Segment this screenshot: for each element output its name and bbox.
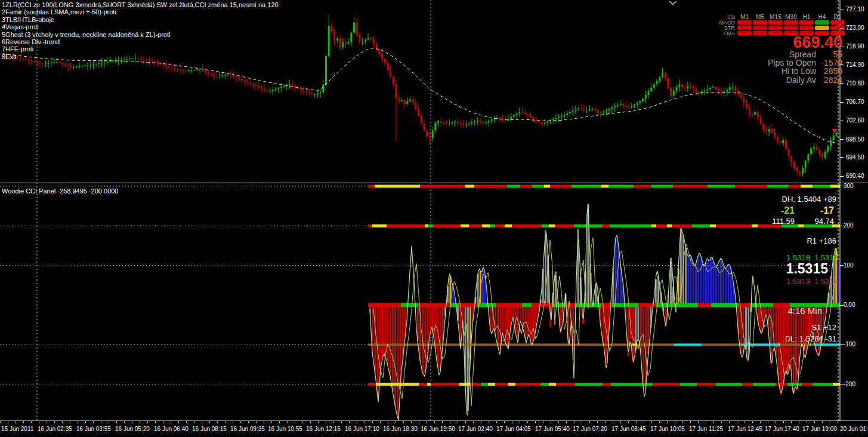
time-axis-label: 17 Jun 08:45 — [611, 426, 646, 432]
timeframe-label: M1 — [737, 14, 752, 20]
strategy-note-line: 8Exit — [2, 53, 279, 60]
bid-pair-readout: 1.5313 1.5314 — [786, 277, 838, 286]
cci-signal-band — [368, 383, 840, 386]
signal-cell-red — [737, 26, 752, 30]
signal-cell-red — [737, 20, 752, 24]
current-quote-big: 1.5315 — [786, 261, 828, 277]
signal-cell-green — [815, 20, 829, 24]
price-axis-tick — [840, 157, 844, 158]
timeframe-label: H1 — [799, 14, 814, 20]
daily-high-readout: DH: 1.5404 +89 — [782, 195, 836, 204]
strategy-note-line: 5Ghost (3 vrcholy v trendu, neckline nak… — [2, 31, 279, 38]
cci-signal-band — [368, 185, 840, 188]
time-axis-label: 17 Jun 17:40 — [765, 426, 799, 432]
stat-value: 55 — [816, 50, 842, 59]
cci-signal-band — [368, 224, 840, 227]
time-axis[interactable]: 15 Jun 201116 Jun 02:3516 Jun 03:5516 Ju… — [0, 421, 868, 437]
stat-label: Daily Av — [786, 75, 816, 85]
price-axis-label: 706.70 — [846, 99, 864, 105]
time-axis-label: 16 Jun 05:20 — [115, 426, 150, 432]
quote-stat-row: Hi to Low2850 — [768, 67, 842, 75]
cci-histogram-layer — [369, 204, 839, 418]
time-axis-label: 16 Jun 10:55 — [268, 426, 302, 432]
strategy-note-line: 3TLB/HTLB-oboje — [2, 16, 279, 23]
pivot-s1-readout: S1 +12 — [811, 323, 836, 332]
price-axis-tick — [840, 176, 844, 177]
time-axis-label: 17 Jun 11:25 — [689, 426, 723, 432]
signal-row-label: EMA — [708, 30, 737, 36]
chart-canvas[interactable] — [0, 0, 868, 437]
multi-timeframe-signal-panel: cjaM1M5M15M30H1H4D1MACDSTREMA — [708, 14, 846, 36]
timeframe-label: M5 — [753, 14, 767, 20]
signal-cell-red — [799, 20, 814, 24]
time-axis-label: 16 Jun 02:35 — [38, 426, 72, 432]
time-axis-ticks — [0, 421, 840, 423]
quote-stat-row: Daily Av2824 — [768, 76, 842, 84]
signal-cell-red — [784, 20, 798, 24]
indicator-axis-label: 200 — [844, 222, 854, 229]
mt4-chart-window: 1ZLR(CCI ze 100(LONG 3xmodrá,SHORT 3xhně… — [0, 0, 868, 437]
cci-now-value: -21 — [781, 205, 795, 216]
bar-countdown-timer: 4:16 Min — [787, 306, 822, 316]
signal-cell-red — [753, 31, 767, 35]
time-axis-label: 17 Jun 04:05 — [496, 426, 531, 432]
daily-low-readout: DL: 1.5284 -31 — [785, 334, 836, 343]
time-axis-label: 16 Jun 09:35 — [230, 426, 265, 432]
timeframe-label: M30 — [784, 14, 798, 20]
indicator-axis-label: 100 — [844, 262, 854, 269]
pivot-r1-readout: R1 +186 — [807, 236, 836, 245]
strategy-note-line: 7HFE-proti — [2, 45, 279, 53]
cci-panel-title: Woodie CCI Panel -258.9495 -200.0000 — [2, 187, 119, 195]
stat-value: 2850 — [816, 67, 842, 75]
indicator-axis-label: 0.00 — [844, 301, 855, 308]
price-axis-label: 694.50 — [846, 154, 864, 161]
stat-value: 2824 — [816, 76, 842, 84]
time-axis-label: 17 Jun 05:40 — [535, 426, 570, 432]
signal-cell-red — [784, 26, 798, 30]
time-axis-label: 16 Jun 06:40 — [154, 426, 189, 432]
time-axis-label: 20 Jun 01:40 — [840, 426, 868, 432]
signal-cell-red — [830, 20, 845, 24]
price-axis-tick — [840, 83, 844, 84]
time-axis-label: 15 Jun 2011 — [1, 426, 33, 432]
cci-aux-value-left: 111.59 — [772, 217, 795, 226]
timeframe-label: M15 — [768, 14, 783, 20]
price-axis-label: 698.50 — [846, 136, 864, 143]
current-price: 669.40 — [768, 35, 842, 50]
signal-cell-red — [768, 26, 783, 30]
ema-line — [2, 48, 838, 143]
cci-signal-band — [368, 303, 840, 307]
signal-cell-red — [768, 20, 783, 24]
signal-cell-red — [737, 31, 752, 35]
time-axis-label: 16 Jun 12:15 — [306, 426, 341, 432]
signal-cell-red — [753, 20, 767, 24]
time-axis-label: 17 Jun 07:20 — [573, 426, 607, 432]
signal-cell-red — [753, 26, 767, 30]
strategy-note-line: 1ZLR(CCI ze 100(LONG 3xmodrá,SHORT 3xhně… — [2, 1, 279, 8]
quote-stats: Spread55Pips to Open-1570Hi to Low2850Da… — [768, 50, 842, 84]
cci-aux-value-right: 94.74 — [814, 217, 834, 226]
time-axis-label: 16 Jun 17:10 — [345, 426, 379, 432]
indicator-axis-label: -200 — [844, 381, 855, 387]
time-axis-label: 17 Jun 12:45 — [728, 426, 762, 432]
price-axis-tick — [840, 102, 844, 103]
price-axis-label: 723.00 — [846, 24, 864, 31]
indicator-axis-label: -100 — [844, 341, 855, 347]
price-axis-tick — [840, 10, 844, 10]
strategy-note-line: 6Reverse Div.-trend — [2, 38, 279, 45]
price-axis-label: 710.80 — [846, 80, 864, 87]
tcci-now-value: -17 — [820, 205, 834, 216]
quote-block: 669.40 Spread55Pips to Open-1570Hi to Lo… — [768, 35, 842, 84]
price-axis-label: 714.90 — [846, 61, 864, 68]
price-axis-tick — [840, 47, 844, 47]
time-axis-label: 16 Jun 19:50 — [421, 426, 455, 432]
price-axis-tick — [840, 139, 844, 140]
indicator-axis-label: 300 — [844, 183, 854, 189]
price-axis-label: 702.60 — [846, 117, 864, 124]
time-axis-label: 16 Jun 18:30 — [383, 426, 418, 432]
time-axis-label: 17 Jun 02:40 — [458, 426, 493, 432]
stat-value: -1570 — [816, 59, 842, 67]
strategy-notes: 1ZLR(CCI ze 100(LONG 3xmodrá,SHORT 3xhně… — [2, 1, 279, 60]
price-axis-tick — [840, 28, 844, 29]
timeframe-label: H4 — [815, 14, 829, 20]
